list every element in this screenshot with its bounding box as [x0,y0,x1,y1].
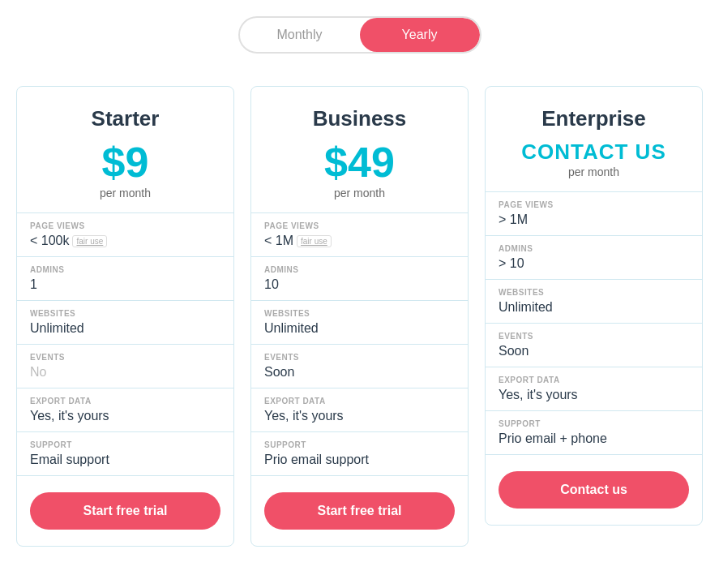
feature-value-enterprise-4: Yes, it's yours [499,388,689,402]
feature-label-enterprise-2: WEBSITES [499,288,689,297]
feature-label-enterprise-4: EXPORT DATA [499,376,689,384]
feature-row-starter-2: WEBSITESUnlimited [17,301,233,345]
feature-row-enterprise-4: EXPORT DATAYes, it's yours [486,367,702,411]
feature-row-business-4: EXPORT DATAYes, it's yours [251,388,468,432]
plan-price-enterprise: CONTACT US [502,141,686,162]
feature-row-starter-3: EVENTSNo [17,345,233,388]
cta-button-business[interactable]: Start free trial [264,492,455,530]
feature-label-starter-2: WEBSITES [30,309,220,318]
feature-value-business-1: 10 [264,277,455,292]
feature-label-starter-3: EVENTS [30,353,220,362]
feature-row-enterprise-2: WEBSITESUnlimited [486,280,702,324]
monthly-toggle-btn[interactable]: Monthly [240,18,360,52]
plan-header-starter: Starter$9per month [17,87,233,213]
feature-row-enterprise-1: ADMINS> 10 [486,236,702,280]
cta-button-starter[interactable]: Start free trial [30,492,220,530]
feature-row-business-1: ADMINS10 [251,257,468,301]
feature-value-enterprise-5: Prio email + phone [499,431,689,446]
feature-value-enterprise-2: Unlimited [499,300,689,315]
feature-row-business-3: EVENTSSoon [251,345,468,388]
feature-value-enterprise-3: Soon [499,344,689,358]
feature-label-starter-5: SUPPORT [30,440,220,449]
feature-label-enterprise-3: EVENTS [499,332,689,341]
plan-period-enterprise: per month [502,165,686,178]
feature-value-business-5: Prio email support [264,453,455,467]
feature-label-starter-1: ADMINS [30,265,220,274]
billing-toggle: Monthly Yearly [238,16,481,54]
feature-value-business-3: Soon [264,365,455,380]
cta-button-enterprise[interactable]: Contact us [499,471,689,509]
feature-label-enterprise-5: SUPPORT [499,419,689,428]
plan-header-enterprise: EnterpriseCONTACT USper month [486,87,702,192]
plan-name-starter: Starter [33,106,217,131]
feature-row-starter-5: SUPPORTEmail support [17,432,233,476]
plan-price-starter: $9 [33,141,217,183]
feature-value-starter-2: Unlimited [30,321,220,336]
feature-value-starter-0: < 100kfair use [30,234,220,248]
feature-value-starter-4: Yes, it's yours [30,409,220,423]
feature-row-business-5: SUPPORTPrio email support [251,432,468,476]
feature-label-enterprise-0: PAGE VIEWS [499,200,689,209]
plans-container: Starter$9per monthPAGE VIEWS< 100kfair u… [16,86,703,547]
plan-name-enterprise: Enterprise [502,106,686,131]
fair-use-tag[interactable]: fair use [297,235,332,247]
plan-card-starter: Starter$9per monthPAGE VIEWS< 100kfair u… [16,86,234,547]
feature-row-enterprise-0: PAGE VIEWS> 1M [486,192,702,236]
feature-label-starter-0: PAGE VIEWS [30,221,220,230]
feature-value-enterprise-1: > 10 [499,256,689,271]
feature-label-business-2: WEBSITES [264,309,455,318]
plan-name-business: Business [267,106,452,131]
feature-label-business-0: PAGE VIEWS [264,221,455,230]
feature-row-enterprise-5: SUPPORTPrio email + phone [486,411,702,455]
fair-use-tag[interactable]: fair use [72,235,107,247]
feature-value-business-2: Unlimited [264,321,455,336]
plan-period-starter: per month [33,187,217,200]
feature-label-starter-4: EXPORT DATA [30,397,220,406]
yearly-toggle-btn[interactable]: Yearly [360,18,480,52]
feature-row-starter-0: PAGE VIEWS< 100kfair use [17,213,233,257]
feature-row-business-0: PAGE VIEWS< 1Mfair use [251,213,468,257]
feature-row-starter-1: ADMINS1 [17,257,233,301]
feature-label-business-5: SUPPORT [264,440,455,449]
feature-value-business-4: Yes, it's yours [264,409,455,423]
feature-label-enterprise-1: ADMINS [499,244,689,253]
plan-card-enterprise: EnterpriseCONTACT USper monthPAGE VIEWS>… [485,86,703,526]
feature-value-enterprise-0: > 1M [499,212,689,227]
feature-label-business-3: EVENTS [264,353,455,362]
feature-value-business-0: < 1Mfair use [264,234,455,248]
feature-value-starter-5: Email support [30,453,220,467]
feature-value-starter-1: 1 [30,277,220,292]
plan-header-business: Business$49per month [251,87,468,213]
plan-card-business: Business$49per monthPAGE VIEWS< 1Mfair u… [250,86,469,547]
feature-row-business-2: WEBSITESUnlimited [251,301,468,345]
feature-label-business-4: EXPORT DATA [264,397,455,406]
plan-period-business: per month [267,187,452,200]
feature-row-enterprise-3: EVENTSSoon [486,324,702,367]
plan-price-business: $49 [267,141,452,183]
feature-row-starter-4: EXPORT DATAYes, it's yours [17,388,233,432]
feature-label-business-1: ADMINS [264,265,455,274]
feature-value-starter-3: No [30,365,220,380]
